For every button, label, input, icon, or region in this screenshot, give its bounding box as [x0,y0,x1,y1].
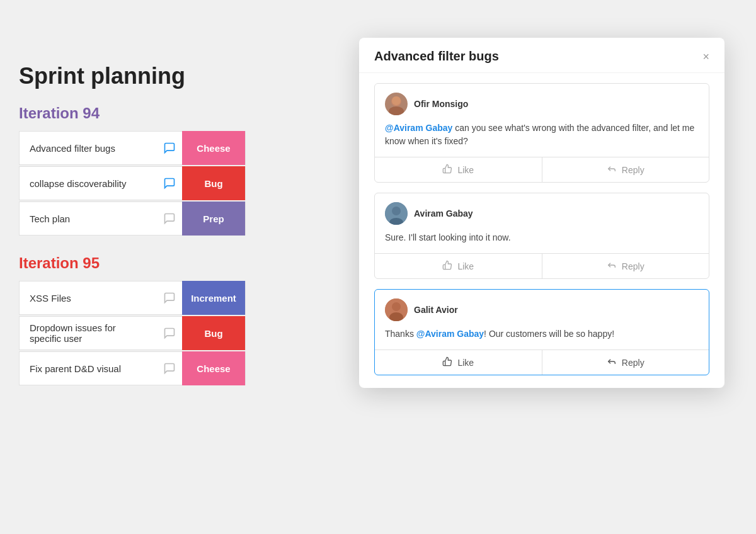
comments-modal: Advanced filter bugs × Ofir Monsigo [359,38,724,388]
like-icon [442,164,452,176]
like-button[interactable]: Like [375,254,542,278]
avatar [385,298,408,321]
comment-content: Aviram Gabay Sure. I'll start looking in… [375,193,709,253]
task-badge[interactable]: Cheese [182,351,245,385]
svg-point-4 [392,207,401,215]
author-row: Galit Avior [385,298,699,321]
task-name: Dropdown issues for specific user [20,322,157,344]
author-row: Aviram Gabay [385,202,699,225]
svg-point-7 [392,302,401,311]
iteration-95-tasks: XSS Files Increment Dropdown issues for … [19,281,246,385]
task-badge[interactable]: Bug [182,166,245,200]
comment-suffix: ! Our customers will be so happy! [484,329,614,339]
task-name: collapse discoverability [20,178,157,189]
comment-text: Sure. I'll start looking into it now. [385,231,699,244]
like-icon [442,260,452,272]
task-item[interactable]: Advanced filter bugs Cheese [19,131,246,165]
modal-header: Advanced filter bugs × [359,38,724,73]
chat-icon [157,212,182,225]
like-label: Like [457,165,474,175]
avatar [385,93,408,115]
comment-text: @Aviram Gabay can you see what's wrong w… [385,122,699,148]
like-label: Like [457,261,474,271]
chat-active-icon [157,142,182,154]
reply-label: Reply [622,165,644,175]
chat-icon [157,327,182,339]
iteration-95-title: Iteration 95 [19,254,246,272]
chat-icon [157,362,182,375]
task-item[interactable]: Fix parent D&D visual Cheese [19,351,246,385]
comment-card: Aviram Gabay Sure. I'll start looking in… [374,193,709,279]
task-name: Tech plan [20,213,157,224]
chat-icon [157,292,182,304]
task-badge[interactable]: Bug [182,316,245,350]
svg-point-2 [392,96,401,105]
like-label: Like [457,358,474,368]
page-title: Sprint planning [19,63,246,89]
iteration-95-section: Iteration 95 XSS Files Increment Dropdow… [19,254,246,385]
like-icon [442,356,452,368]
like-button[interactable]: Like [375,157,542,182]
like-button[interactable]: Like [375,350,542,375]
task-item[interactable]: Tech plan Prep [19,202,246,236]
comment-actions: Like Reply [375,253,709,278]
iteration-94-tasks: Advanced filter bugs Cheese collapse dis… [19,131,246,236]
reply-label: Reply [622,261,644,271]
reply-icon [607,164,617,176]
task-badge[interactable]: Prep [182,202,245,236]
task-name: Fix parent D&D visual [20,363,157,374]
left-panel: Sprint planning Iteration 94 Advanced fi… [0,50,265,417]
mention: @Aviram Gabay [416,329,484,339]
modal-body: Ofir Monsigo @Aviram Gabay can you see w… [359,73,724,388]
reply-label: Reply [622,358,644,368]
comment-actions: Like Reply [375,157,709,182]
task-item[interactable]: XSS Files Increment [19,281,246,315]
modal-title: Advanced filter bugs [374,49,499,64]
author-row: Ofir Monsigo [385,93,699,115]
iteration-94-section: Iteration 94 Advanced filter bugs Cheese… [19,105,246,236]
reply-icon [607,356,617,368]
comment-content: Ofir Monsigo @Aviram Gabay can you see w… [375,84,709,157]
comment-card: Ofir Monsigo @Aviram Gabay can you see w… [374,83,709,183]
comment-body: Sure. I'll start looking into it now. [385,232,511,242]
chat-active-icon [157,177,182,190]
task-badge[interactable]: Cheese [182,131,245,165]
close-button[interactable]: × [702,51,709,62]
reply-button[interactable]: Reply [542,157,709,182]
comment-actions: Like Reply [375,349,709,375]
reply-icon [607,260,617,272]
avatar [385,202,408,225]
comment-text: Thanks @Aviram Gabay! Our customers will… [385,327,699,341]
task-badge[interactable]: Increment [182,281,245,315]
task-item[interactable]: Dropdown issues for specific user Bug [19,316,246,350]
author-name: Galit Avior [414,305,458,315]
task-item[interactable]: collapse discoverability Bug [19,166,246,200]
task-name: Advanced filter bugs [20,143,157,154]
comment-content: Galit Avior Thanks @Aviram Gabay! Our cu… [375,290,709,349]
reply-button[interactable]: Reply [542,350,709,375]
reply-button[interactable]: Reply [542,254,709,278]
comment-card-highlighted: Galit Avior Thanks @Aviram Gabay! Our cu… [374,289,709,375]
comment-prefix: Thanks [385,329,416,339]
mention: @Aviram Gabay [385,123,452,133]
task-name: XSS Files [20,293,157,304]
author-name: Ofir Monsigo [414,99,468,109]
iteration-94-title: Iteration 94 [19,105,246,122]
svg-point-1 [389,106,404,115]
author-name: Aviram Gabay [414,208,473,219]
